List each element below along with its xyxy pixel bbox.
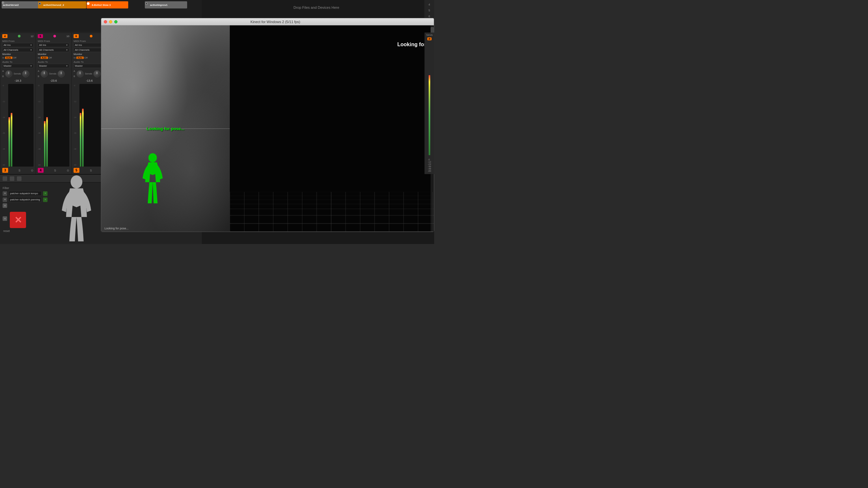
kinect-depth-view: Looking for pose... Looking for pose... [101,25,230,232]
track-clip-improv[interactable]: activeImprov1 [145,1,187,8]
ch4-ins-arrow: ▼ [66,44,68,46]
ch3-knob-a[interactable] [5,70,12,77]
reset-button[interactable]: ✕ [10,212,26,228]
ch4-sends: AB Sends [38,70,69,77]
ch4-audio-to-label: Audio To [38,61,69,63]
filter-ok-2[interactable]: ✕ [43,197,48,202]
ch4-indicator [53,35,56,37]
ch4-buttons: 4 S ⊙ [38,168,69,173]
play-indicator-3 [87,2,90,5]
ch3-master[interactable]: Master ▼ [2,64,33,68]
ch4-s-btn[interactable]: S [54,169,56,172]
ch4-midi-from-label: MIDI From [38,40,69,43]
kinect-window: Kinect for Windows 2 (5/11 fps) [101,18,434,232]
kinect-titlebar: Kinect for Windows 2 (5/11 fps) [101,18,434,25]
ch4-all-ins[interactable]: All Ins ▼ [38,43,69,47]
ch4-vu-left [44,121,45,167]
ch3-all-ins[interactable]: All Ins ▼ [2,43,33,47]
ch4-num-bottom: 4 [38,168,43,173]
ch5-knob-b[interactable] [93,70,100,77]
track-clip-bells[interactable]: 8-Bells2 Slow 3 [87,1,128,8]
ch4-ch-arrow: ▼ [66,49,68,51]
play-indicator-4 [145,2,148,5]
ch5-monitor-row: Monitor [73,53,105,56]
ch3-buttons: 3 S ⊙ [2,168,33,173]
ch3-all-channels[interactable]: All Channels ▼ [2,48,33,52]
ch5-indicator [90,35,92,37]
ch5-fader[interactable]: -0-12-24-36-48-60 [73,84,105,167]
kinect-3d-view: Looking for p dt [230,25,434,232]
ch3-ins-arrow: ▼ [30,44,32,46]
filter-close-2[interactable]: ✕ [3,197,7,202]
ch3-sends: AB Sends [2,70,33,77]
ch5-num-bottom: 5 [73,168,80,173]
svg-point-1 [148,153,157,162]
ch3-midi-from-label: MIDI From [2,40,33,43]
kinect-body: Looking for pose... Looking for pose... … [101,25,434,232]
ch5-audio-to-label: Audio To [73,61,105,63]
ch4-fader-track[interactable] [43,84,69,167]
right-partial-strip: Sends dt -0-12-24-36-48-60 [425,33,434,174]
ch5-s-btn[interactable]: S [90,169,92,172]
kinect-title: Kinect for Windows 2 (5/11 fps) [119,20,431,24]
panel-icon-2[interactable] [10,176,14,181]
ch3-fader[interactable]: -0-12-24-36-48-60 [2,84,33,167]
ch4-scale: -0-12-24-36-48-60 [38,84,43,167]
ch3-fader-track[interactable] [8,84,33,167]
ch4-master-arrow: ▼ [66,65,68,67]
ch4-db: -23.6 [38,79,69,82]
ch5-num-top: 6 [73,34,79,38]
panel-icon-3[interactable] [17,176,22,181]
ch5-vu-left [80,113,81,167]
filter-close-3[interactable]: ✕ [3,203,7,208]
ch3-small-num: 12 [31,35,33,38]
ch3-db: -18.3 [2,79,33,82]
ch4-c-btn[interactable]: ⊙ [67,169,69,172]
ch5-knob-a[interactable] [76,70,84,77]
filter-item-2[interactable]: patcher subpatch panning [8,197,42,202]
reset-label: reset [3,229,48,233]
ch4-master[interactable]: Master ▼ [38,64,69,68]
ch5-auto: Auto [76,57,84,59]
ch5-all-ins[interactable]: All Ins ▼ [73,43,105,47]
ch4-auto: Auto [41,57,48,59]
ch5-master[interactable]: Master ▼ [73,64,105,68]
ch5-buttons: 5 S ⊙ [73,168,105,173]
right-vu [429,41,430,158]
svg-point-0 [71,175,82,188]
ch4-knob-b[interactable] [58,70,65,77]
right-vu-bar [429,75,430,155]
partial-sends-label: Sends [426,34,433,36]
ch4-knob-a[interactable] [41,70,48,77]
filter-ok-1[interactable]: ✕ [43,191,48,196]
track-clip-chorus[interactable]: activeChorus2_2 [38,1,86,8]
ch3-audio-to-label: Audio To [2,61,33,63]
depth-bottom-text: Looking for pose... [104,227,129,230]
ch3-monitor-row: Monitor [2,53,33,56]
tl-maximize[interactable] [114,20,118,24]
ch3-knob-b[interactable] [22,70,29,77]
tl-close[interactable] [104,20,107,24]
tl-minimize[interactable] [109,20,112,24]
ch3-s-btn[interactable]: S [19,169,21,172]
ch5-scale: -0-12-24-36-48-60 [73,84,79,167]
human-figure [60,175,93,243]
ch5-midi-from-label: MIDI From [73,40,105,43]
filter-item-1[interactable]: patcher subpatch tempo [8,191,42,196]
ch5-sends: AB Sends [73,70,105,77]
ch4-all-channels[interactable]: All Channels ▼ [38,48,69,52]
ch5-all-channels[interactable]: All Channels ▼ [73,48,105,52]
filter-close-1[interactable]: ✕ [3,191,7,196]
ch3-vu-right [11,113,12,167]
ch4-fader[interactable]: -0-12-24-36-48-60 [38,84,69,167]
filter-close-4[interactable]: ✕ [3,216,7,221]
ch3-c-btn[interactable]: ⊙ [31,169,33,172]
right-scale-labels: -0-12-24-36-48-60 [428,158,431,172]
ch4-num-top: 5 [38,34,43,38]
track-clip-verse2[interactable]: activeVerse2 [2,1,39,8]
filter-row-3: ✕ [3,203,48,208]
green-person [141,153,164,206]
panel-icon-1[interactable] [3,176,7,181]
partial-orange-pill: dt [427,37,432,40]
ch5-db: -13.6 [73,79,105,82]
